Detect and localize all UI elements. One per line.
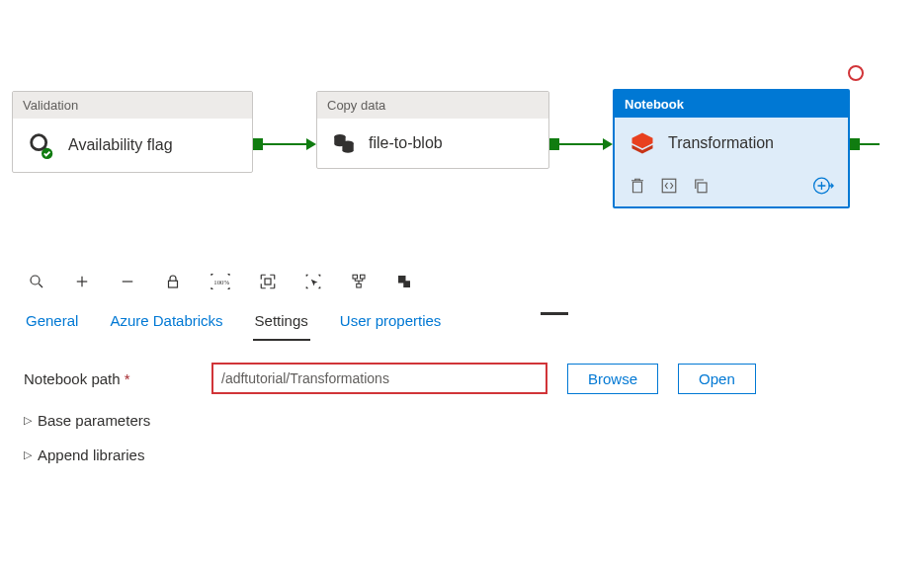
- output-port[interactable]: [253, 138, 263, 150]
- output-port[interactable]: [850, 138, 860, 150]
- notebook-path-label: Notebook path *: [24, 370, 192, 387]
- zoom-100-icon[interactable]: 100%: [210, 273, 231, 290]
- svg-rect-17: [361, 275, 366, 279]
- tab-general[interactable]: General: [24, 308, 80, 341]
- activity-title: Transformation: [668, 134, 774, 152]
- svg-rect-6: [698, 183, 707, 193]
- copy-icon[interactable]: [692, 177, 710, 195]
- chevron-right-icon: ▷: [24, 448, 32, 461]
- connector: [559, 143, 603, 145]
- svg-rect-18: [357, 284, 362, 287]
- browse-button[interactable]: Browse: [567, 364, 658, 394]
- add-output-icon[interactable]: [812, 175, 834, 197]
- activity-title: Availability flag: [68, 136, 173, 154]
- zoom-out-icon[interactable]: [119, 273, 136, 290]
- property-tabs: General Azure Databricks Settings User p…: [0, 302, 924, 341]
- connector: [860, 143, 880, 145]
- svg-rect-15: [265, 279, 271, 284]
- zoom-in-icon[interactable]: [73, 273, 91, 290]
- arrow-icon: [306, 138, 316, 150]
- tab-azure-databricks[interactable]: Azure Databricks: [108, 308, 224, 341]
- status-circle-icon: [848, 65, 864, 81]
- search-check-icon: [27, 130, 56, 160]
- activity-header: Validation: [13, 92, 252, 119]
- panel-resize-handle[interactable]: [541, 312, 568, 315]
- activity-notebook[interactable]: Notebook Transformation: [613, 89, 850, 208]
- fit-screen-icon[interactable]: [259, 273, 277, 290]
- arrow-icon: [603, 138, 613, 150]
- svg-rect-16: [353, 275, 358, 279]
- code-icon[interactable]: [660, 177, 678, 195]
- layers-icon[interactable]: [395, 273, 413, 290]
- pipeline-canvas[interactable]: Validation Availability flag Copy data: [0, 0, 924, 262]
- svg-text:100%: 100%: [213, 279, 229, 285]
- notebook-path-input[interactable]: [211, 363, 547, 394]
- append-libraries-expander[interactable]: ▷ Append libraries: [24, 447, 900, 463]
- connector: [263, 143, 306, 145]
- svg-point-8: [31, 276, 40, 284]
- svg-point-0: [32, 135, 46, 150]
- tab-user-properties[interactable]: User properties: [338, 308, 444, 341]
- activity-header: Notebook: [615, 91, 848, 118]
- output-port[interactable]: [549, 138, 559, 150]
- databricks-icon: [629, 129, 656, 157]
- open-button[interactable]: Open: [678, 364, 756, 394]
- database-copy-icon: [331, 130, 357, 156]
- activity-header: Copy data: [317, 92, 548, 119]
- svg-rect-13: [169, 281, 178, 287]
- auto-align-icon[interactable]: [350, 273, 368, 290]
- canvas-toolbar: 100%: [0, 262, 924, 302]
- tab-settings[interactable]: Settings: [253, 308, 310, 341]
- activity-title: file-to-blob: [369, 134, 443, 152]
- svg-rect-5: [662, 179, 676, 193]
- activity-validation[interactable]: Validation Availability flag: [12, 91, 253, 173]
- svg-rect-20: [403, 281, 410, 287]
- svg-line-9: [39, 284, 42, 287]
- select-icon[interactable]: [304, 273, 322, 290]
- delete-icon[interactable]: [629, 177, 646, 195]
- activity-copy[interactable]: Copy data file-to-blob: [316, 91, 549, 169]
- settings-panel: Notebook path * Browse Open ▷ Base param…: [0, 341, 924, 485]
- lock-icon[interactable]: [164, 273, 182, 290]
- search-icon[interactable]: [28, 273, 45, 290]
- base-parameters-expander[interactable]: ▷ Base parameters: [24, 412, 900, 429]
- chevron-right-icon: ▷: [24, 414, 32, 427]
